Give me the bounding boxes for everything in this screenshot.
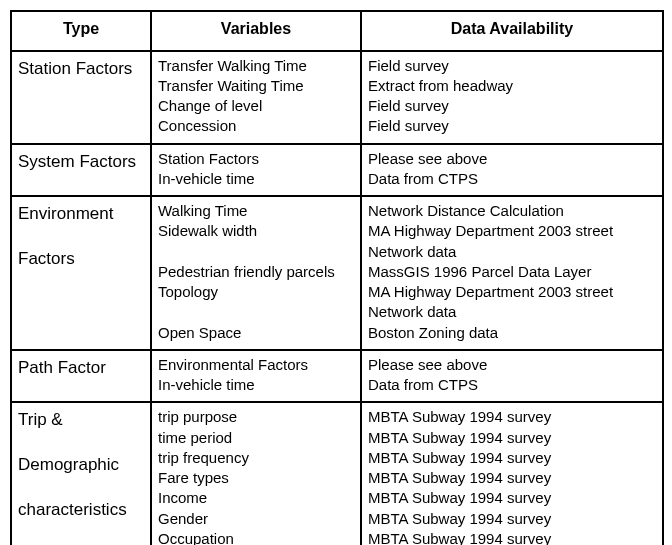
availability-item: Data from CTPS — [368, 375, 656, 395]
variable-item: Topology — [158, 282, 354, 302]
availability-item: Field survey — [368, 116, 656, 136]
type-line: System Factors — [18, 151, 144, 174]
variable-item: Sidewalk width — [158, 221, 354, 241]
availability-item: MA Highway Department 2003 street — [368, 221, 656, 241]
availability-item: MBTA Subway 1994 survey — [368, 407, 656, 427]
availability-item: MBTA Subway 1994 survey — [368, 448, 656, 468]
availability-item: Network data — [368, 242, 656, 262]
availability-item: MBTA Subway 1994 survey — [368, 509, 656, 529]
variable-item: Occupation — [158, 529, 354, 545]
variable-item: Income — [158, 488, 354, 508]
variable-item: trip purpose — [158, 407, 354, 427]
variables-cell: Transfer Walking TimeTransfer Waiting Ti… — [151, 51, 361, 144]
variables-cell: Environmental FactorsIn-vehicle time — [151, 350, 361, 403]
variable-item: time period — [158, 428, 354, 448]
variable-item: Walking Time — [158, 201, 354, 221]
variable-item: Station Factors — [158, 149, 354, 169]
availability-item: Please see above — [368, 149, 656, 169]
variables-cell: trip purposetime periodtrip frequencyFar… — [151, 402, 361, 545]
variable-item: Open Space — [158, 323, 354, 343]
availability-item: MBTA Subway 1994 survey — [368, 488, 656, 508]
availability-item: MBTA Subway 1994 survey — [368, 428, 656, 448]
variable-item: Gender — [158, 509, 354, 529]
type-line: Path Factor — [18, 357, 144, 380]
availability-item: MBTA Subway 1994 survey — [368, 468, 656, 488]
variables-cell: Walking TimeSidewalk width Pedestrian fr… — [151, 196, 361, 350]
variable-item: trip frequency — [158, 448, 354, 468]
variable-item: Transfer Walking Time — [158, 56, 354, 76]
availability-item: Data from CTPS — [368, 169, 656, 189]
variable-item: In-vehicle time — [158, 375, 354, 395]
variable-item: Transfer Waiting Time — [158, 76, 354, 96]
type-line: Station Factors — [18, 58, 144, 81]
availability-cell: Field surveyExtract from headwayField su… — [361, 51, 663, 144]
header-variables: Variables — [151, 11, 361, 51]
table-row: System FactorsStation FactorsIn-vehicle … — [11, 144, 663, 197]
type-line: Factors — [18, 248, 144, 271]
availability-item: MA Highway Department 2003 street — [368, 282, 656, 302]
variable-item: Environmental Factors — [158, 355, 354, 375]
availability-cell: Please see aboveData from CTPS — [361, 350, 663, 403]
variable-item: Pedestrian friendly parcels — [158, 262, 354, 282]
table-row: EnvironmentFactorsWalking TimeSidewalk w… — [11, 196, 663, 350]
availability-cell: Please see aboveData from CTPS — [361, 144, 663, 197]
type-cell: Station Factors — [11, 51, 151, 144]
availability-cell: Network Distance CalculationMA Highway D… — [361, 196, 663, 350]
availability-item: Extract from headway — [368, 76, 656, 96]
variable-item: Change of level — [158, 96, 354, 116]
variable-item: Concession — [158, 116, 354, 136]
factors-table: Type Variables Data Availability Station… — [10, 10, 664, 545]
table-row: Station FactorsTransfer Walking TimeTran… — [11, 51, 663, 144]
type-line: Environment — [18, 203, 144, 226]
availability-cell: MBTA Subway 1994 surveyMBTA Subway 1994 … — [361, 402, 663, 545]
availability-item: Network data — [368, 302, 656, 322]
availability-item: Field survey — [368, 56, 656, 76]
variable-item: In-vehicle time — [158, 169, 354, 189]
type-cell: EnvironmentFactors — [11, 196, 151, 350]
availability-item: Network Distance Calculation — [368, 201, 656, 221]
availability-item: Boston Zoning data — [368, 323, 656, 343]
availability-item: MBTA Subway 1994 survey — [368, 529, 656, 545]
availability-item: Field survey — [368, 96, 656, 116]
type-line: Trip & — [18, 409, 144, 432]
header-type: Type — [11, 11, 151, 51]
variable-item — [158, 242, 354, 262]
availability-item: Please see above — [368, 355, 656, 375]
table-row: Path FactorEnvironmental FactorsIn-vehic… — [11, 350, 663, 403]
type-cell: Path Factor — [11, 350, 151, 403]
variables-cell: Station FactorsIn-vehicle time — [151, 144, 361, 197]
type-line: Demographic — [18, 454, 144, 477]
variable-item — [158, 302, 354, 322]
type-cell: Trip &Demographiccharacteristics — [11, 402, 151, 545]
header-availability: Data Availability — [361, 11, 663, 51]
availability-item: MassGIS 1996 Parcel Data Layer — [368, 262, 656, 282]
type-cell: System Factors — [11, 144, 151, 197]
table-row: Trip &Demographiccharacteristicstrip pur… — [11, 402, 663, 545]
type-line: characteristics — [18, 499, 144, 522]
variable-item: Fare types — [158, 468, 354, 488]
header-row: Type Variables Data Availability — [11, 11, 663, 51]
